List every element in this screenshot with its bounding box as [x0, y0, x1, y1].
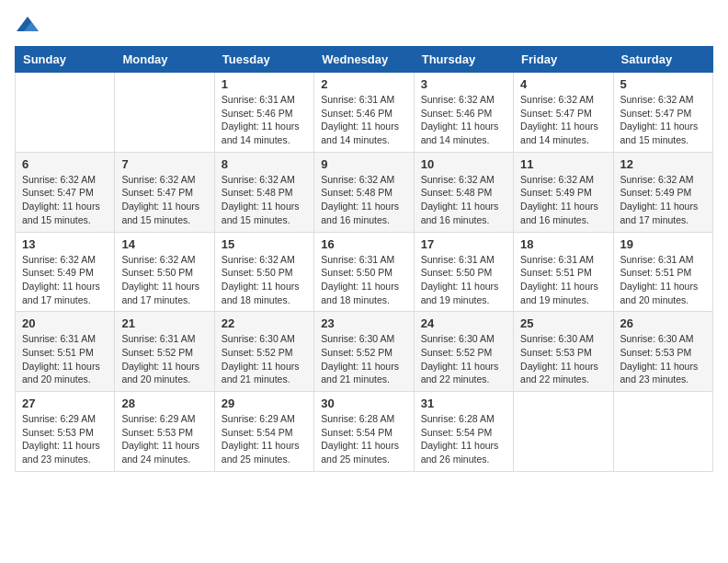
calendar-cell: 3Sunrise: 6:32 AM Sunset: 5:46 PM Daylig… — [414, 73, 513, 153]
day-info: Sunrise: 6:31 AM Sunset: 5:50 PM Dayligh… — [421, 253, 506, 307]
day-info: Sunrise: 6:31 AM Sunset: 5:51 PM Dayligh… — [22, 332, 108, 386]
calendar-week-row: 13Sunrise: 6:32 AM Sunset: 5:49 PM Dayli… — [16, 232, 713, 312]
calendar-cell: 10Sunrise: 6:32 AM Sunset: 5:48 PM Dayli… — [414, 152, 513, 232]
weekday-header: Wednesday — [314, 47, 414, 73]
day-info: Sunrise: 6:32 AM Sunset: 5:48 PM Dayligh… — [321, 173, 406, 227]
calendar-cell: 21Sunrise: 6:31 AM Sunset: 5:52 PM Dayli… — [115, 312, 214, 392]
day-info: Sunrise: 6:30 AM Sunset: 5:52 PM Dayligh… — [222, 332, 307, 386]
day-number: 18 — [520, 237, 606, 251]
day-number: 9 — [321, 157, 406, 171]
calendar-cell: 5Sunrise: 6:32 AM Sunset: 5:47 PM Daylig… — [613, 73, 712, 153]
day-number: 16 — [321, 237, 406, 251]
day-number: 29 — [222, 396, 307, 410]
calendar-week-row: 6Sunrise: 6:32 AM Sunset: 5:47 PM Daylig… — [16, 152, 713, 232]
calendar-cell: 26Sunrise: 6:30 AM Sunset: 5:53 PM Dayli… — [613, 312, 712, 392]
calendar-cell: 1Sunrise: 6:31 AM Sunset: 5:46 PM Daylig… — [214, 73, 313, 153]
weekday-header: Saturday — [613, 47, 712, 73]
calendar-cell: 22Sunrise: 6:30 AM Sunset: 5:52 PM Dayli… — [214, 312, 313, 392]
day-info: Sunrise: 6:29 AM Sunset: 5:53 PM Dayligh… — [22, 412, 108, 466]
day-number: 19 — [620, 237, 706, 251]
day-info: Sunrise: 6:30 AM Sunset: 5:52 PM Dayligh… — [321, 332, 406, 386]
calendar-cell: 2Sunrise: 6:31 AM Sunset: 5:46 PM Daylig… — [314, 73, 414, 153]
day-info: Sunrise: 6:32 AM Sunset: 5:49 PM Dayligh… — [520, 173, 606, 227]
calendar-cell: 7Sunrise: 6:32 AM Sunset: 5:47 PM Daylig… — [115, 152, 214, 232]
calendar-cell: 9Sunrise: 6:32 AM Sunset: 5:48 PM Daylig… — [314, 152, 414, 232]
day-number: 1 — [222, 77, 307, 91]
calendar-cell: 29Sunrise: 6:29 AM Sunset: 5:54 PM Dayli… — [214, 392, 313, 472]
calendar-week-row: 27Sunrise: 6:29 AM Sunset: 5:53 PM Dayli… — [16, 392, 713, 472]
day-number: 26 — [620, 316, 706, 330]
day-info: Sunrise: 6:29 AM Sunset: 5:53 PM Dayligh… — [121, 412, 207, 466]
calendar-cell: 8Sunrise: 6:32 AM Sunset: 5:48 PM Daylig… — [214, 152, 313, 232]
calendar-cell: 27Sunrise: 6:29 AM Sunset: 5:53 PM Dayli… — [16, 392, 115, 472]
day-info: Sunrise: 6:31 AM Sunset: 5:52 PM Dayligh… — [121, 332, 207, 386]
calendar-cell: 23Sunrise: 6:30 AM Sunset: 5:52 PM Dayli… — [314, 312, 414, 392]
day-number: 25 — [520, 316, 606, 330]
day-info: Sunrise: 6:30 AM Sunset: 5:52 PM Dayligh… — [421, 332, 506, 386]
day-number: 23 — [321, 316, 406, 330]
calendar-week-row: 20Sunrise: 6:31 AM Sunset: 5:51 PM Dayli… — [16, 312, 713, 392]
day-info: Sunrise: 6:30 AM Sunset: 5:53 PM Dayligh… — [520, 332, 606, 386]
day-info: Sunrise: 6:32 AM Sunset: 5:48 PM Dayligh… — [222, 173, 307, 227]
day-info: Sunrise: 6:31 AM Sunset: 5:50 PM Dayligh… — [321, 253, 406, 307]
day-number: 2 — [321, 77, 406, 91]
day-info: Sunrise: 6:32 AM Sunset: 5:48 PM Dayligh… — [421, 173, 506, 227]
weekday-header: Thursday — [414, 47, 513, 73]
day-info: Sunrise: 6:29 AM Sunset: 5:54 PM Dayligh… — [222, 412, 307, 466]
day-number: 21 — [121, 316, 207, 330]
day-info: Sunrise: 6:32 AM Sunset: 5:47 PM Dayligh… — [121, 173, 207, 227]
day-number: 28 — [121, 396, 207, 410]
day-info: Sunrise: 6:31 AM Sunset: 5:46 PM Dayligh… — [321, 93, 406, 147]
day-info: Sunrise: 6:31 AM Sunset: 5:46 PM Dayligh… — [222, 93, 307, 147]
day-number: 12 — [620, 157, 706, 171]
day-number: 22 — [222, 316, 307, 330]
day-info: Sunrise: 6:32 AM Sunset: 5:47 PM Dayligh… — [620, 93, 706, 147]
calendar-cell: 4Sunrise: 6:32 AM Sunset: 5:47 PM Daylig… — [514, 73, 613, 153]
calendar-cell: 16Sunrise: 6:31 AM Sunset: 5:50 PM Dayli… — [314, 232, 414, 312]
day-number: 14 — [121, 237, 207, 251]
logo-icon — [15, 15, 40, 35]
calendar-table: SundayMondayTuesdayWednesdayThursdayFrid… — [15, 46, 713, 472]
day-number: 20 — [22, 316, 108, 330]
day-info: Sunrise: 6:31 AM Sunset: 5:51 PM Dayligh… — [620, 253, 706, 307]
weekday-header: Tuesday — [214, 47, 313, 73]
calendar-week-row: 1Sunrise: 6:31 AM Sunset: 5:46 PM Daylig… — [16, 73, 713, 153]
day-number: 3 — [421, 77, 506, 91]
day-info: Sunrise: 6:32 AM Sunset: 5:49 PM Dayligh… — [620, 173, 706, 227]
calendar-cell: 20Sunrise: 6:31 AM Sunset: 5:51 PM Dayli… — [16, 312, 115, 392]
day-number: 24 — [421, 316, 506, 330]
calendar-cell: 14Sunrise: 6:32 AM Sunset: 5:50 PM Dayli… — [115, 232, 214, 312]
day-info: Sunrise: 6:32 AM Sunset: 5:50 PM Dayligh… — [121, 253, 207, 307]
calendar-cell: 24Sunrise: 6:30 AM Sunset: 5:52 PM Dayli… — [414, 312, 513, 392]
weekday-header: Sunday — [16, 47, 115, 73]
calendar-cell: 19Sunrise: 6:31 AM Sunset: 5:51 PM Dayli… — [613, 232, 712, 312]
calendar-cell: 28Sunrise: 6:29 AM Sunset: 5:53 PM Dayli… — [115, 392, 214, 472]
calendar-cell: 6Sunrise: 6:32 AM Sunset: 5:47 PM Daylig… — [16, 152, 115, 232]
day-info: Sunrise: 6:32 AM Sunset: 5:47 PM Dayligh… — [520, 93, 606, 147]
day-number: 13 — [22, 237, 108, 251]
day-info: Sunrise: 6:30 AM Sunset: 5:53 PM Dayligh… — [620, 332, 706, 386]
calendar-cell: 30Sunrise: 6:28 AM Sunset: 5:54 PM Dayli… — [314, 392, 414, 472]
calendar-cell — [115, 73, 214, 153]
calendar-cell: 17Sunrise: 6:31 AM Sunset: 5:50 PM Dayli… — [414, 232, 513, 312]
day-info: Sunrise: 6:32 AM Sunset: 5:46 PM Dayligh… — [421, 93, 506, 147]
day-number: 15 — [222, 237, 307, 251]
calendar-cell — [613, 392, 712, 472]
weekday-header: Friday — [514, 47, 613, 73]
day-number: 11 — [520, 157, 606, 171]
day-info: Sunrise: 6:32 AM Sunset: 5:50 PM Dayligh… — [222, 253, 307, 307]
day-number: 17 — [421, 237, 506, 251]
day-number: 31 — [421, 396, 506, 410]
day-info: Sunrise: 6:31 AM Sunset: 5:51 PM Dayligh… — [520, 253, 606, 307]
calendar-cell — [16, 73, 115, 153]
logo — [15, 15, 44, 35]
calendar-cell: 11Sunrise: 6:32 AM Sunset: 5:49 PM Dayli… — [514, 152, 613, 232]
day-number: 10 — [421, 157, 506, 171]
weekday-header: Monday — [115, 47, 214, 73]
day-number: 6 — [22, 157, 108, 171]
day-info: Sunrise: 6:28 AM Sunset: 5:54 PM Dayligh… — [421, 412, 506, 466]
calendar-cell: 12Sunrise: 6:32 AM Sunset: 5:49 PM Dayli… — [613, 152, 712, 232]
calendar-cell: 18Sunrise: 6:31 AM Sunset: 5:51 PM Dayli… — [514, 232, 613, 312]
day-number: 5 — [620, 77, 706, 91]
day-number: 4 — [520, 77, 606, 91]
